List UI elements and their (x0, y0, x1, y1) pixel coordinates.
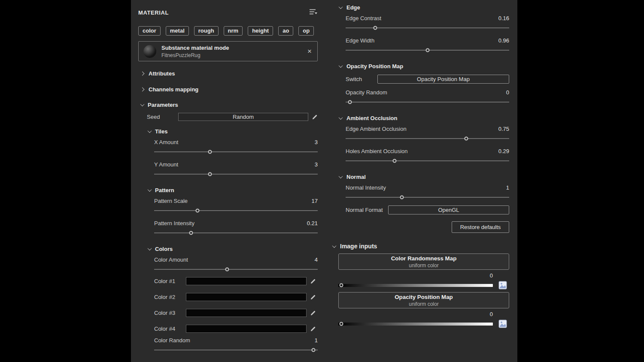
section-parameters[interactable]: Parameters (141, 101, 318, 109)
tab-nrm[interactable]: nrm (224, 26, 243, 36)
slider-handle[interactable] (400, 196, 404, 199)
material-name: FitnesPuzzleRug (161, 52, 229, 58)
tab-metal[interactable]: metal (166, 26, 189, 36)
subsection-tiles[interactable]: Tiles (148, 128, 318, 135)
slider-edge-contrast: Edge Contrast 0.16 (346, 15, 509, 28)
slider-handle[interactable] (425, 48, 429, 52)
color-swatch[interactable] (186, 293, 307, 301)
slider-value: 0.96 (498, 37, 509, 44)
color-swatch[interactable] (186, 309, 307, 317)
material-card-text: Substance material mode FitnesPuzzleRug (161, 45, 229, 58)
section-normal[interactable]: Normal (339, 173, 509, 180)
slider-track[interactable] (154, 269, 318, 270)
slider-label: X Amount (154, 139, 178, 145)
slider-handle[interactable] (189, 231, 193, 235)
material-mode-title: Substance material mode (161, 45, 229, 51)
close-icon[interactable]: × (307, 48, 313, 55)
restore-defaults-button[interactable]: Restore defaults (452, 221, 509, 233)
chevron-down-icon (332, 244, 337, 248)
section-opacity-position-map[interactable]: Opacity Position Map (339, 63, 509, 69)
slider-track[interactable] (154, 151, 318, 152)
seed-label: Seed (147, 114, 178, 120)
opacity-position-map-switch-button[interactable]: Opacity Position Map (377, 75, 509, 84)
color-randomness-map-button[interactable]: Color Randomness Map uniform color (338, 253, 509, 270)
slider-value: 0.21 (307, 220, 318, 226)
slider-handle[interactable] (312, 348, 316, 352)
section-title: Ambient Occlusion (346, 115, 397, 121)
slider-handle[interactable] (465, 137, 468, 141)
slider-track[interactable] (154, 174, 318, 175)
slider-value: 0.29 (498, 148, 509, 154)
slider-handle[interactable] (340, 322, 343, 326)
slider-track[interactable] (346, 160, 509, 161)
tab-height[interactable]: height (248, 26, 273, 36)
eyedropper-icon[interactable] (310, 278, 316, 284)
section-edge[interactable]: Edge (339, 4, 509, 11)
tab-ao[interactable]: ao (278, 26, 293, 36)
subsection-pattern[interactable]: Pattern (148, 187, 318, 193)
slider-track[interactable] (346, 138, 509, 139)
slider-pattern-scale: Pattern Scale 17 (154, 197, 318, 211)
slider-label: Edge Width (346, 37, 374, 44)
chevron-down-icon (140, 102, 145, 106)
slider-handle[interactable] (340, 284, 343, 287)
seed-row: Seed Random (138, 113, 318, 121)
image-picker-icon[interactable] (498, 320, 507, 328)
edge-body: Edge Contrast 0.16 Edge Width 0.96 (346, 15, 509, 51)
color-row-3: Color #3 (154, 309, 318, 317)
section-title: Channels mapping (149, 86, 198, 93)
section-image-inputs[interactable]: Image inputs (333, 243, 509, 250)
slider-track[interactable] (346, 50, 509, 51)
section-channels-mapping[interactable]: Channels mapping (141, 85, 318, 93)
tab-rough[interactable]: rough (194, 26, 219, 36)
slider-track[interactable] (154, 210, 318, 211)
gradient-slider-track[interactable] (338, 284, 493, 287)
slider-handle[interactable] (208, 172, 212, 176)
chevron-down-icon (339, 5, 343, 9)
color-row-2: Color #2 (154, 293, 318, 301)
tab-op[interactable]: op (298, 26, 314, 36)
slider-handle[interactable] (225, 268, 229, 272)
slider-value: 0.75 (498, 126, 509, 132)
color-row-4: Color #4 (154, 325, 318, 333)
color-swatch[interactable] (186, 325, 307, 333)
slider-track[interactable] (346, 27, 509, 28)
slider-track[interactable] (346, 102, 509, 103)
options-menu-icon[interactable] (309, 9, 318, 16)
settings-column: Edge Edge Contrast 0.16 Edge Width 0.96 (333, 0, 509, 328)
slider-handle[interactable] (348, 100, 352, 104)
chevron-right-icon (140, 87, 145, 91)
section-attributes[interactable]: Attributes (141, 69, 318, 77)
slider-handle[interactable] (195, 209, 199, 213)
color-swatch[interactable] (186, 277, 307, 285)
slider-track[interactable] (346, 197, 509, 198)
eyedropper-icon[interactable] (310, 310, 316, 316)
slider-handle[interactable] (208, 150, 212, 154)
gradient-slider-row (338, 320, 509, 328)
gradient-slider-track[interactable] (338, 323, 493, 326)
seed-input[interactable]: Random (178, 113, 308, 121)
subsection-colors[interactable]: Colors (148, 245, 318, 252)
channel-tabs: color metal rough nrm height ao op (138, 26, 318, 36)
slider-handle[interactable] (373, 26, 377, 30)
section-title: Attributes (149, 70, 175, 77)
section-ambient-occlusion[interactable]: Ambient Occlusion (339, 115, 509, 121)
slider-handle[interactable] (393, 159, 397, 163)
eyedropper-icon[interactable] (310, 326, 316, 332)
slider-track[interactable] (154, 232, 318, 233)
eyedropper-icon[interactable] (310, 294, 316, 300)
tab-color[interactable]: color (138, 26, 161, 36)
slider-label: Color Random (154, 337, 190, 344)
image-picker-icon[interactable] (498, 281, 507, 290)
section-title: Normal (346, 174, 366, 180)
restore-row: Restore defaults (346, 221, 509, 233)
material-panel: MATERIAL color metal rough nrm height ao… (131, 0, 517, 362)
switch-label: Switch (346, 76, 377, 82)
substance-material-card[interactable]: Substance material mode FitnesPuzzleRug … (138, 41, 318, 61)
slider-value: 1 (506, 184, 509, 191)
opacity-position-map-button[interactable]: Opacity Position Map uniform color (338, 292, 509, 308)
normal-format-select[interactable]: OpenGL (388, 205, 509, 214)
slider-track[interactable] (154, 350, 318, 350)
slider-label: Color Amount (154, 256, 188, 263)
edit-pencil-icon[interactable] (312, 114, 318, 120)
